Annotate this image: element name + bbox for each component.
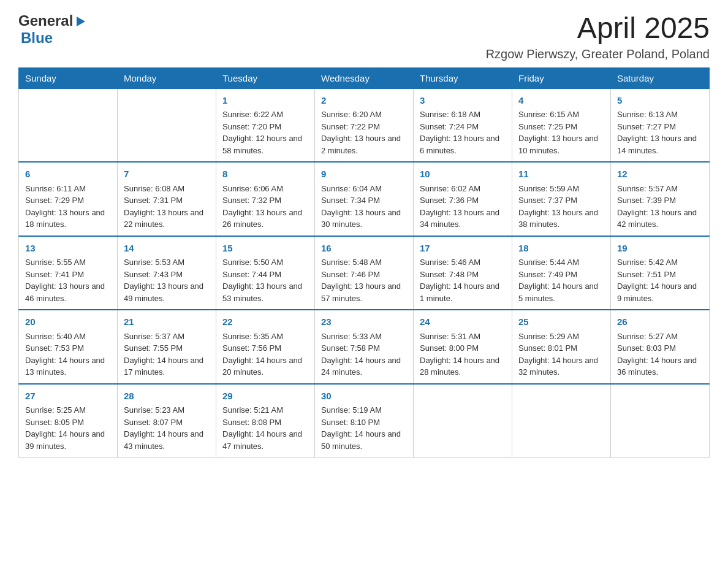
day-info: Sunrise: 6:02 AM Sunset: 7:36 PM Dayligh…	[420, 183, 506, 231]
calendar-cell: 6Sunrise: 6:11 AM Sunset: 7:29 PM Daylig…	[19, 162, 118, 236]
calendar-week-row: 27Sunrise: 5:25 AM Sunset: 8:05 PM Dayli…	[19, 384, 710, 458]
calendar-week-row: 13Sunrise: 5:55 AM Sunset: 7:41 PM Dayli…	[19, 236, 710, 310]
calendar-cell: 28Sunrise: 5:23 AM Sunset: 8:07 PM Dayli…	[118, 384, 216, 458]
day-info: Sunrise: 6:06 AM Sunset: 7:32 PM Dayligh…	[222, 183, 308, 231]
calendar-cell: 30Sunrise: 5:19 AM Sunset: 8:10 PM Dayli…	[315, 384, 414, 458]
day-info: Sunrise: 5:25 AM Sunset: 8:05 PM Dayligh…	[25, 404, 111, 452]
day-number: 17	[420, 242, 506, 256]
calendar-table: SundayMondayTuesdayWednesdayThursdayFrid…	[18, 67, 710, 458]
calendar-cell: 21Sunrise: 5:37 AM Sunset: 7:55 PM Dayli…	[118, 310, 216, 384]
day-info: Sunrise: 5:27 AM Sunset: 8:03 PM Dayligh…	[617, 331, 703, 378]
svg-marker-0	[77, 17, 85, 26]
day-number: 7	[124, 167, 210, 182]
calendar-cell: 26Sunrise: 5:27 AM Sunset: 8:03 PM Dayli…	[611, 310, 710, 384]
day-info: Sunrise: 5:29 AM Sunset: 8:01 PM Dayligh…	[518, 331, 604, 378]
calendar-cell: 24Sunrise: 5:31 AM Sunset: 8:00 PM Dayli…	[414, 310, 512, 384]
day-info: Sunrise: 6:04 AM Sunset: 7:34 PM Dayligh…	[321, 183, 407, 231]
day-number: 6	[25, 167, 111, 182]
calendar-cell	[19, 88, 118, 162]
day-number: 23	[321, 315, 407, 329]
calendar-cell: 29Sunrise: 5:21 AM Sunset: 8:08 PM Dayli…	[216, 384, 315, 458]
weekday-header-tuesday: Tuesday	[216, 67, 315, 88]
day-number: 18	[518, 242, 604, 256]
logo: General Blue	[18, 12, 86, 47]
day-info: Sunrise: 5:55 AM Sunset: 7:41 PM Dayligh…	[25, 256, 111, 304]
day-number: 12	[617, 167, 703, 182]
calendar-cell: 4Sunrise: 6:15 AM Sunset: 7:25 PM Daylig…	[512, 88, 611, 162]
calendar-cell: 19Sunrise: 5:42 AM Sunset: 7:51 PM Dayli…	[611, 236, 710, 310]
logo-triangle-icon	[74, 15, 86, 28]
day-info: Sunrise: 6:22 AM Sunset: 7:20 PM Dayligh…	[222, 109, 308, 156]
day-info: Sunrise: 6:11 AM Sunset: 7:29 PM Dayligh…	[25, 183, 111, 231]
day-info: Sunrise: 5:33 AM Sunset: 7:58 PM Dayligh…	[321, 331, 407, 378]
day-number: 24	[420, 315, 506, 329]
day-number: 15	[222, 242, 308, 256]
logo-blue-text: Blue	[21, 29, 53, 46]
calendar-cell: 5Sunrise: 6:13 AM Sunset: 7:27 PM Daylig…	[611, 88, 710, 162]
calendar-cell: 13Sunrise: 5:55 AM Sunset: 7:41 PM Dayli…	[19, 236, 118, 310]
day-info: Sunrise: 5:23 AM Sunset: 8:07 PM Dayligh…	[124, 404, 210, 452]
day-number: 22	[222, 315, 308, 329]
day-info: Sunrise: 5:42 AM Sunset: 7:51 PM Dayligh…	[617, 256, 703, 304]
day-number: 10	[420, 167, 506, 182]
calendar-cell: 12Sunrise: 5:57 AM Sunset: 7:39 PM Dayli…	[611, 162, 710, 236]
day-number: 3	[420, 94, 506, 108]
calendar-cell	[414, 384, 512, 458]
calendar-cell	[118, 88, 216, 162]
weekday-header-sunday: Sunday	[19, 67, 118, 88]
day-info: Sunrise: 5:57 AM Sunset: 7:39 PM Dayligh…	[617, 183, 703, 231]
day-number: 11	[518, 167, 604, 182]
calendar-cell: 27Sunrise: 5:25 AM Sunset: 8:05 PM Dayli…	[19, 384, 118, 458]
day-number: 9	[321, 167, 407, 182]
calendar-cell: 10Sunrise: 6:02 AM Sunset: 7:36 PM Dayli…	[414, 162, 512, 236]
day-number: 16	[321, 242, 407, 256]
calendar-cell: 15Sunrise: 5:50 AM Sunset: 7:44 PM Dayli…	[216, 236, 315, 310]
day-info: Sunrise: 5:21 AM Sunset: 8:08 PM Dayligh…	[222, 404, 308, 452]
day-number: 19	[617, 242, 703, 256]
day-info: Sunrise: 5:40 AM Sunset: 7:53 PM Dayligh…	[25, 331, 111, 378]
weekday-header-saturday: Saturday	[611, 67, 710, 88]
calendar-cell: 7Sunrise: 6:08 AM Sunset: 7:31 PM Daylig…	[118, 162, 216, 236]
calendar-week-row: 6Sunrise: 6:11 AM Sunset: 7:29 PM Daylig…	[19, 162, 710, 236]
day-number: 14	[124, 242, 210, 256]
weekday-header-row: SundayMondayTuesdayWednesdayThursdayFrid…	[19, 67, 710, 88]
day-info: Sunrise: 5:31 AM Sunset: 8:00 PM Dayligh…	[420, 331, 506, 378]
day-info: Sunrise: 5:37 AM Sunset: 7:55 PM Dayligh…	[124, 331, 210, 378]
calendar-cell: 9Sunrise: 6:04 AM Sunset: 7:34 PM Daylig…	[315, 162, 414, 236]
day-info: Sunrise: 5:59 AM Sunset: 7:37 PM Dayligh…	[518, 183, 604, 231]
calendar-cell: 25Sunrise: 5:29 AM Sunset: 8:01 PM Dayli…	[512, 310, 611, 384]
calendar-week-row: 1Sunrise: 6:22 AM Sunset: 7:20 PM Daylig…	[19, 88, 710, 162]
calendar-cell: 1Sunrise: 6:22 AM Sunset: 7:20 PM Daylig…	[216, 88, 315, 162]
day-number: 25	[518, 315, 604, 329]
weekday-header-wednesday: Wednesday	[315, 67, 414, 88]
calendar-cell: 2Sunrise: 6:20 AM Sunset: 7:22 PM Daylig…	[315, 88, 414, 162]
calendar-cell: 3Sunrise: 6:18 AM Sunset: 7:24 PM Daylig…	[414, 88, 512, 162]
day-number: 13	[25, 242, 111, 256]
day-number: 30	[321, 389, 407, 404]
day-info: Sunrise: 5:48 AM Sunset: 7:46 PM Dayligh…	[321, 256, 407, 304]
title-block: April 2025 Rzgow Pierwszy, Greater Polan…	[486, 12, 710, 61]
calendar-week-row: 20Sunrise: 5:40 AM Sunset: 7:53 PM Dayli…	[19, 310, 710, 384]
day-number: 1	[222, 94, 308, 108]
calendar-cell	[611, 384, 710, 458]
day-number: 4	[518, 94, 604, 108]
weekday-header-thursday: Thursday	[414, 67, 512, 88]
day-info: Sunrise: 5:19 AM Sunset: 8:10 PM Dayligh…	[321, 404, 407, 452]
day-number: 2	[321, 94, 407, 108]
day-info: Sunrise: 5:53 AM Sunset: 7:43 PM Dayligh…	[124, 256, 210, 304]
calendar-cell: 17Sunrise: 5:46 AM Sunset: 7:48 PM Dayli…	[414, 236, 512, 310]
page-header: General Blue April 2025 Rzgow Pierwszy, …	[18, 12, 710, 61]
day-number: 21	[124, 315, 210, 329]
day-info: Sunrise: 5:44 AM Sunset: 7:49 PM Dayligh…	[518, 256, 604, 304]
day-number: 29	[222, 389, 308, 404]
location-title: Rzgow Pierwszy, Greater Poland, Poland	[486, 47, 710, 61]
day-info: Sunrise: 6:20 AM Sunset: 7:22 PM Dayligh…	[321, 109, 407, 156]
day-number: 26	[617, 315, 703, 329]
calendar-cell: 23Sunrise: 5:33 AM Sunset: 7:58 PM Dayli…	[315, 310, 414, 384]
day-info: Sunrise: 6:08 AM Sunset: 7:31 PM Dayligh…	[124, 183, 210, 231]
month-title: April 2025	[486, 12, 710, 45]
calendar-cell: 20Sunrise: 5:40 AM Sunset: 7:53 PM Dayli…	[19, 310, 118, 384]
day-info: Sunrise: 5:35 AM Sunset: 7:56 PM Dayligh…	[222, 331, 308, 378]
calendar-cell: 14Sunrise: 5:53 AM Sunset: 7:43 PM Dayli…	[118, 236, 216, 310]
day-info: Sunrise: 6:18 AM Sunset: 7:24 PM Dayligh…	[420, 109, 506, 156]
